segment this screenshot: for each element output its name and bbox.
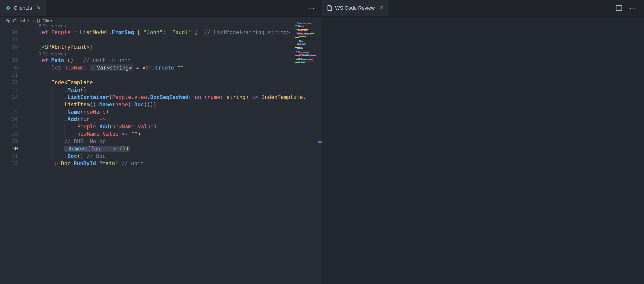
indent-guide — [52, 86, 64, 93]
minimap[interactable] — [295, 22, 316, 63]
fsharp-file-icon — [6, 19, 10, 23]
selection-highlight: .Remove(fun·_·->·()) — [64, 146, 130, 152]
code-token: ( — [109, 123, 112, 129]
code-line[interactable]: 24.ListContainer(People.View.DocSeqCache… — [0, 93, 317, 101]
indent-guide — [52, 152, 64, 160]
panel-more-actions-icon[interactable]: ··· — [629, 0, 638, 16]
code-token: let — [38, 57, 51, 63]
minimap-line — [295, 22, 316, 23]
code-token — [139, 65, 142, 71]
code-token: People — [77, 123, 96, 129]
code-token: · — [116, 146, 120, 152]
tab-label: WS Code Review — [335, 5, 374, 11]
code-token — [174, 65, 177, 71]
minimap-token — [298, 36, 306, 37]
code-token — [118, 131, 122, 137]
minimap-token — [301, 58, 302, 59]
minimap-token — [305, 35, 312, 35]
indent-guide — [26, 138, 38, 145]
close-icon[interactable]: ✕ — [379, 5, 383, 11]
minimap-token — [298, 30, 304, 31]
code-token: () — [90, 101, 96, 107]
code-line[interactable]: 32|> Doc.RunById "main" // unit — [0, 160, 317, 167]
code-token: ) — [106, 109, 109, 115]
minimap-token — [311, 61, 315, 61]
indent-guide — [26, 145, 38, 152]
indent-guide — [52, 108, 64, 115]
codelens-label[interactable]: 0 References — [38, 51, 66, 56]
minimap-token — [297, 22, 298, 23]
code-token: . — [131, 94, 134, 100]
minimap-token — [304, 54, 310, 55]
minimap-line — [295, 28, 316, 28]
codelens[interactable]: 0 References — [0, 51, 317, 57]
code-token: View — [134, 94, 147, 100]
code-token: _ — [103, 146, 106, 152]
code-line[interactable]: 19let Main () = // unit -> unit — [0, 57, 317, 64]
code-token: Add — [68, 116, 77, 122]
codelens[interactable]: 2 References — [0, 23, 317, 29]
code-token: ( — [112, 101, 115, 107]
indent-guide — [38, 160, 52, 167]
code-token: ( — [88, 146, 91, 152]
code-line[interactable]: 29// BUG: No-op — [0, 138, 317, 145]
code-token: |> — [52, 161, 58, 166]
code-line[interactable]: 30.Remove(fun·_·->·()) — [0, 145, 317, 152]
code-line[interactable]: 27People.Add(newName.Value) — [0, 123, 317, 130]
code-token: Main — [51, 57, 64, 63]
code-line[interactable]: 22IndexTemplate — [0, 79, 317, 86]
minimap-line — [295, 40, 316, 41]
line-number: 22 — [0, 79, 18, 86]
tab-ws-code-review[interactable]: WS Code Review ✕ — [322, 0, 388, 16]
code-line[interactable]: 31.Doc() // Doc — [0, 152, 317, 160]
indent-guide — [38, 86, 52, 93]
split-editor-icon[interactable] — [616, 5, 622, 12]
code-token: newName.Value — [112, 123, 154, 129]
code-token: -> — [99, 116, 106, 122]
minimap-token — [300, 47, 302, 48]
minimap-line — [295, 50, 316, 50]
editor-more-actions-icon[interactable]: ··· — [307, 0, 315, 16]
code-line[interactable]: 18[<SPAEntryPoint>] — [0, 43, 317, 51]
close-icon[interactable]: ✕ — [36, 5, 41, 11]
code-token: Var — [142, 65, 152, 71]
code-token: ( — [80, 109, 83, 115]
code-line[interactable]: 26.Add(fun _ -> — [0, 115, 317, 123]
code-line-wrap[interactable]: ListItem().Name(name).Doc())) — [0, 101, 317, 108]
line-number: 20 — [0, 64, 18, 71]
code-line[interactable]: 28newName.Value <- "") — [0, 130, 317, 138]
minimap-line — [295, 32, 316, 33]
code-token: newName — [83, 109, 106, 115]
code-token: "Paudl" — [169, 29, 191, 35]
code-token: ) — [128, 101, 131, 107]
code-line[interactable]: 17 — [0, 36, 317, 43]
code-line[interactable]: 16let People = ListModel.FromSeq [ "John… — [0, 29, 317, 36]
indent-guide — [52, 101, 64, 108]
code-token: ListItem — [64, 101, 90, 107]
indent-guide — [26, 93, 38, 101]
indent-guide — [26, 86, 38, 93]
indent-guide — [26, 36, 38, 43]
minimap-token — [304, 39, 311, 39]
code-line[interactable]: 23.Main() — [0, 86, 317, 93]
code-line[interactable]: 20let newName : Var<string> = Var.Create… — [0, 64, 317, 71]
tab-client-fs[interactable]: Client.fs ✕ — [0, 0, 46, 16]
code-token: -> — [110, 146, 116, 152]
code-token: Create — [155, 65, 174, 71]
code-line[interactable]: 25.Name(newName) — [0, 108, 317, 115]
line-number: 23 — [0, 86, 18, 93]
indent-guide — [26, 43, 38, 51]
minimap-token — [304, 33, 309, 34]
code-line[interactable]: 21 — [0, 71, 317, 79]
minimap-token — [312, 39, 316, 39]
code-token: () — [80, 87, 86, 93]
code-token: . — [70, 161, 74, 166]
code-token: fun — [80, 116, 90, 122]
code-token: ListContainer — [68, 94, 109, 100]
indent-guide — [38, 138, 52, 145]
code-token: [ — [38, 44, 42, 50]
code-token: = — [136, 65, 139, 71]
code-editor[interactable]: 2 References16let People = ListModel.Fro… — [0, 23, 317, 167]
codelens-label[interactable]: 2 References — [38, 23, 66, 28]
code-token: . — [147, 94, 150, 100]
